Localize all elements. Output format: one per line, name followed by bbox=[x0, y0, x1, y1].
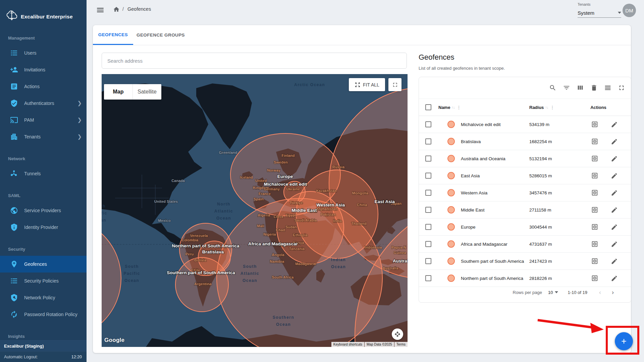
breadcrumb-home-icon[interactable] bbox=[113, 6, 120, 13]
row-checkbox[interactable] bbox=[425, 258, 431, 264]
map-label-spain: Spain bbox=[254, 197, 264, 201]
sidebar-item-invitations[interactable]: Invitations bbox=[0, 61, 87, 78]
delete-button[interactable] bbox=[629, 274, 631, 283]
tab-geofence-groups[interactable]: GEOFENCE GROUPS bbox=[133, 25, 188, 45]
sidebar-item-password-rotation-policy[interactable]: Password Rotation Policy bbox=[0, 306, 87, 323]
delete-button[interactable] bbox=[629, 154, 631, 163]
search-icon[interactable] bbox=[549, 84, 557, 92]
edit-button[interactable] bbox=[610, 274, 619, 283]
sidebar-item-security-policies[interactable]: Security Policies bbox=[0, 273, 87, 289]
map-label-ethiopia: Ethiopia bbox=[293, 233, 308, 237]
row-checkbox[interactable] bbox=[425, 156, 431, 162]
sidebar-section-label: Network bbox=[0, 154, 87, 164]
sidebar-item-geofences[interactable]: Geofences bbox=[0, 256, 87, 273]
view-on-map-button[interactable] bbox=[590, 171, 599, 180]
column-menu-icon[interactable]: ⋮ bbox=[549, 105, 555, 110]
sidebar-item-tunnels[interactable]: Tunnels bbox=[0, 165, 87, 182]
map[interactable]: Arctic OceanNorthAtlanticOceanSouthAtlan… bbox=[102, 74, 408, 347]
map-type-satellite-button[interactable]: Satellite bbox=[132, 84, 161, 100]
row-checkbox[interactable] bbox=[425, 190, 431, 196]
geofence-name: Middle East bbox=[461, 207, 485, 213]
sidebar-item-users[interactable]: Users bbox=[0, 45, 87, 61]
tenants-label: Tenants bbox=[578, 2, 591, 6]
map-pan-button[interactable] bbox=[392, 328, 403, 340]
sidebar-item-identity-provider[interactable]: Identity Provider bbox=[0, 219, 87, 236]
map-label-t-rkiye: Türkiye bbox=[289, 201, 303, 205]
pan-move-icon bbox=[394, 331, 400, 337]
sidebar-item-network-policy[interactable]: Network Policy bbox=[0, 289, 87, 306]
sidebar-item-service-providers[interactable]: Service Providers bbox=[0, 202, 87, 219]
keyboard-shortcuts-link[interactable]: Keyboard shortcuts bbox=[331, 342, 364, 347]
view-on-map-button[interactable] bbox=[590, 240, 599, 248]
row-checkbox[interactable] bbox=[425, 121, 431, 127]
delete-selected-icon[interactable] bbox=[590, 84, 598, 92]
map-label-russia: Russia bbox=[332, 165, 345, 169]
menu-toggle-button[interactable] bbox=[96, 6, 105, 14]
sidebar-item-label: Service Providers bbox=[24, 208, 61, 213]
next-page-button[interactable]: › bbox=[608, 288, 618, 297]
terms-link[interactable]: Terms bbox=[394, 342, 408, 347]
view-on-map-button[interactable] bbox=[590, 137, 599, 146]
edit-button[interactable] bbox=[610, 171, 619, 180]
row-checkbox[interactable] bbox=[425, 138, 431, 144]
delete-button[interactable] bbox=[629, 171, 631, 180]
view-on-map-button[interactable] bbox=[590, 154, 599, 163]
row-checkbox[interactable] bbox=[425, 241, 431, 247]
view-on-map-button[interactable] bbox=[590, 223, 599, 231]
sort-icon[interactable]: ↑↓ bbox=[545, 105, 548, 109]
delete-button[interactable] bbox=[629, 205, 631, 214]
sidebar-item-tenants[interactable]: Tenants❯ bbox=[0, 128, 87, 145]
row-checkbox[interactable] bbox=[425, 173, 431, 179]
sidebar-item-actions[interactable]: Actions bbox=[0, 78, 87, 95]
avatar[interactable]: DM bbox=[623, 4, 636, 17]
sidebar-item-authenticators[interactable]: Authenticators❯ bbox=[0, 95, 87, 112]
view-on-map-button[interactable] bbox=[590, 257, 599, 265]
columns-icon[interactable] bbox=[576, 84, 584, 92]
density-icon[interactable] bbox=[604, 84, 612, 92]
edit-button[interactable] bbox=[610, 205, 619, 214]
previous-page-button[interactable]: ‹ bbox=[595, 288, 605, 297]
view-on-map-button[interactable] bbox=[590, 205, 599, 214]
sort-icon[interactable]: ↑↓ bbox=[451, 105, 454, 109]
edit-button[interactable] bbox=[610, 154, 619, 163]
edit-button[interactable] bbox=[610, 188, 619, 197]
view-on-map-button[interactable] bbox=[590, 120, 599, 129]
edit-button[interactable] bbox=[610, 257, 619, 265]
edit-button[interactable] bbox=[610, 137, 619, 146]
article-icon bbox=[10, 82, 18, 90]
add-geofence-button[interactable]: + bbox=[615, 332, 633, 350]
geofence-label-western-asia: Western Asia bbox=[317, 202, 345, 207]
geofence-radius: 534139 m bbox=[529, 122, 549, 127]
table-fullscreen-icon[interactable] bbox=[618, 84, 626, 92]
geofence-radius: 5132194 m bbox=[529, 156, 552, 161]
view-on-map-button[interactable] bbox=[590, 188, 599, 197]
sidebar-item-pam[interactable]: PAM❯ bbox=[0, 112, 87, 128]
sidebar-section-saml: SAMLService ProvidersIdentity Provider bbox=[0, 191, 87, 236]
row-checkbox[interactable] bbox=[425, 207, 431, 213]
tenant-select[interactable]: System bbox=[578, 8, 621, 18]
edit-button[interactable] bbox=[610, 240, 619, 248]
map-fullscreen-button[interactable] bbox=[388, 78, 401, 91]
delete-button[interactable] bbox=[629, 137, 631, 146]
tab-geofences[interactable]: GEOFENCES bbox=[93, 25, 133, 45]
delete-button[interactable] bbox=[629, 257, 631, 265]
column-menu-icon[interactable]: ⋮ bbox=[456, 105, 462, 110]
sidebar-section-label: SAML bbox=[0, 191, 87, 201]
geofence-radius: 2711158 m bbox=[529, 207, 551, 213]
view-on-map-button[interactable] bbox=[590, 274, 599, 283]
select-all-checkbox[interactable] bbox=[425, 104, 431, 110]
row-checkbox[interactable] bbox=[425, 275, 431, 281]
delete-button[interactable] bbox=[629, 120, 631, 129]
delete-button[interactable] bbox=[629, 223, 631, 231]
row-checkbox[interactable] bbox=[425, 224, 431, 230]
delete-button[interactable] bbox=[629, 240, 631, 248]
filter-icon[interactable] bbox=[562, 84, 571, 92]
edit-button[interactable] bbox=[610, 223, 619, 231]
map-type-map-button[interactable]: Map bbox=[104, 84, 132, 100]
delete-button[interactable] bbox=[629, 188, 631, 197]
fit-all-button[interactable]: FIT ALL bbox=[349, 78, 385, 91]
search-address-input[interactable] bbox=[102, 53, 417, 68]
table-row-africa-and-madagascar: Africa and Madagascar4731637 m bbox=[419, 236, 631, 253]
rows-per-page-select[interactable]: 10 bbox=[548, 290, 558, 295]
edit-button[interactable] bbox=[610, 120, 619, 129]
